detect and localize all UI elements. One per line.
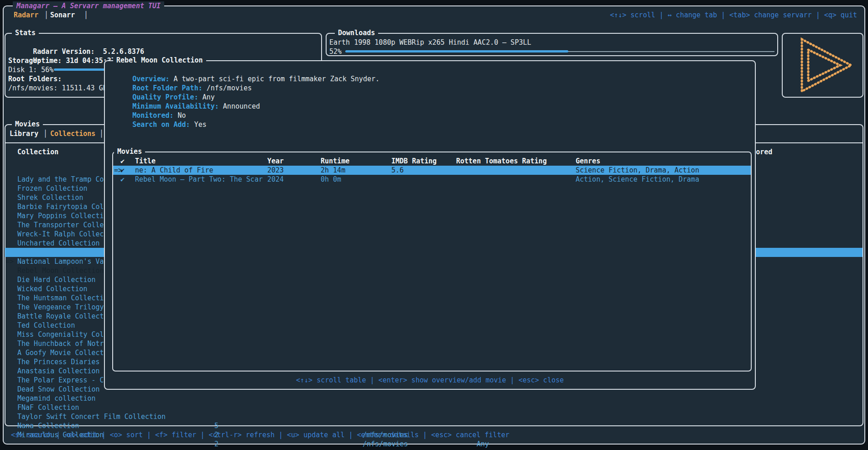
root-folder-row: Root Folder Path:/nfs/movies — [108, 74, 252, 84]
year-header: Year — [267, 157, 284, 166]
collection-list-item[interactable]: Taylor Swift Concert Film Collection 5 /… — [5, 394, 863, 403]
movie-year: 2024 — [267, 175, 284, 184]
movie-title: Rebel Moon – Part Two: The Scar — [135, 175, 263, 184]
bottom-help-bar: <s> search | <e> edit | <o> sort | <f> f… — [11, 430, 509, 440]
modal-title: Rebel Moon Collection — [113, 56, 206, 65]
search-on-add-value: Yes — [194, 120, 207, 129]
app-title: Managarr – A Servarr management TUI — [13, 1, 164, 10]
modal-movies-title: Movies — [114, 147, 145, 156]
movie-genres: Science Fiction, Drama, Action — [576, 166, 699, 175]
movie-runtime: 2h 14m — [321, 166, 345, 175]
monitored-check-icon: ✔ — [120, 166, 125, 175]
collection-list-item[interactable]: Miraculous Collection 2 /nfs/movies Any … — [5, 412, 863, 421]
collection-name: Nana Collection — [17, 421, 79, 430]
monitored-check-header: ✔ — [120, 157, 125, 166]
monitored-check-icon: ✔ — [120, 175, 125, 184]
modal-movie-row[interactable]: ✔ Rebel Moon – Part Two: The Scar 2024 0… — [113, 175, 751, 184]
rotten-tomatoes-header: Rotten Tomatoes Rating — [456, 157, 547, 166]
search-on-add-row: Search on Add:Yes — [108, 111, 207, 120]
collection-movie-count: 5 — [214, 421, 218, 430]
movie-runtime: 0h 0m — [321, 175, 341, 184]
imdb-rating-header: IMDB Rating — [391, 157, 437, 166]
movie-imdb-rating: 5.6 — [391, 166, 404, 175]
modal-movie-row[interactable]: => ✔ ne: A Child of Fire 2023 2h 14m 5.6… — [113, 166, 751, 175]
min-availability-value: Announced — [223, 102, 260, 110]
modal-movies-table: Movies ✔ Title Year Runtime IMDB Rating … — [112, 152, 752, 372]
title-header: Title — [135, 157, 156, 166]
movie-genres: Action, Science Fiction, Drama — [576, 175, 699, 184]
genres-header: Genres — [576, 157, 600, 166]
modal-footer-help: <↑↓> scroll table | <enter> show overvie… — [105, 376, 755, 385]
collection-root-folder: /nfs/movies — [363, 440, 408, 449]
overview-row: Overview:A two-part sci-fi epic from fil… — [108, 65, 379, 74]
collection-list-item[interactable]: Nana Collection 2 /nfs/movies Any Yes — [5, 403, 863, 412]
quality-profile-row: Quality Profile:Any — [108, 84, 215, 93]
runtime-header: Runtime — [321, 157, 349, 166]
monitored-row: Monitored:No — [108, 102, 186, 111]
app-window: Managarr – A Servarr management TUI Rada… — [0, 0, 868, 450]
movie-title: ne: A Child of Fire — [135, 166, 213, 175]
modal-movies-header-row: ✔ Title Year Runtime IMDB Rating Rotten … — [113, 157, 751, 166]
collection-quality-profile: Any — [477, 440, 489, 449]
search-on-add-label: Search on Add: — [132, 120, 190, 129]
min-availability-row: Minimum Availability:Announced — [108, 93, 260, 102]
collection-movie-count: 2 — [214, 440, 218, 449]
movie-year: 2023 — [267, 166, 284, 175]
collection-details-modal: Rebel Moon Collection Overview:A two-par… — [104, 60, 756, 390]
